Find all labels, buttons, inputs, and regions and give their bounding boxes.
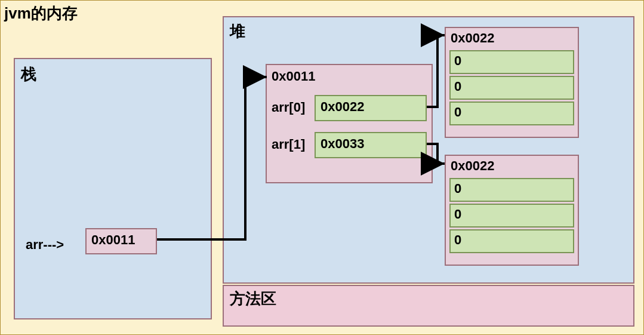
stack-variable-value: 0x0011 bbox=[85, 228, 157, 254]
method-area-label: 方法区 bbox=[224, 286, 633, 312]
child-array-1-cell-2: 0 bbox=[449, 229, 574, 253]
child-array-0: 0x0022 0 0 0 bbox=[445, 27, 579, 138]
arr-slot-1-value: 0x0033 bbox=[315, 132, 427, 158]
jvm-memory-diagram: jvm的内存 栈 arr---> 0x0011 堆 0x0011 arr[0] … bbox=[0, 0, 644, 335]
arr-object-box: 0x0011 arr[0] 0x0022 arr[1] 0x0033 bbox=[266, 64, 433, 183]
stack-label: 栈 bbox=[21, 64, 36, 85]
diagram-title: jvm的内存 bbox=[4, 3, 78, 24]
arr-object-address: 0x0011 bbox=[272, 69, 315, 84]
child-array-1-cell-0: 0 bbox=[449, 178, 574, 202]
child-array-1-cell-1: 0 bbox=[449, 204, 574, 228]
stack-region: 栈 arr---> 0x0011 bbox=[14, 58, 212, 319]
child-array-0-cell-1: 0 bbox=[449, 76, 574, 100]
child-array-0-cell-0: 0 bbox=[449, 50, 574, 74]
child-array-0-address: 0x0022 bbox=[446, 28, 578, 48]
arr-slot-0-label: arr[0] bbox=[272, 100, 305, 115]
arr-slot-1-label: arr[1] bbox=[272, 137, 305, 152]
child-array-1: 0x0022 0 0 0 bbox=[445, 155, 579, 266]
method-area-region: 方法区 bbox=[223, 285, 634, 327]
heap-label: 堆 bbox=[230, 21, 245, 42]
child-array-1-address: 0x0022 bbox=[446, 156, 578, 176]
arr-slot-0-value: 0x0022 bbox=[315, 95, 427, 121]
stack-variable-label: arr---> bbox=[26, 237, 64, 253]
child-array-0-cell-2: 0 bbox=[449, 102, 574, 125]
